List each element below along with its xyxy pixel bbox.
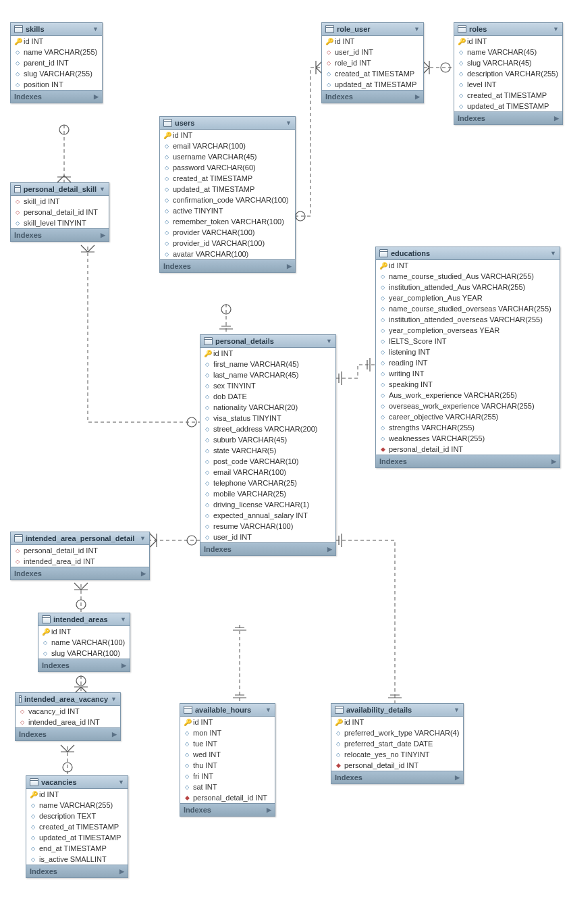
table-header[interactable]: skills▼ [11, 23, 102, 36]
table-personal_details[interactable]: personal_details▼🔑id INT◇first_name VARC… [200, 334, 336, 556]
table-column-row[interactable]: ◇name_course_studied_overseas VARCHAR(25… [376, 303, 560, 314]
table-column-row[interactable]: ◇expected_annual_salary INT [200, 510, 335, 521]
table-column-row[interactable]: 🔑id INT [180, 717, 275, 727]
table-column-row[interactable]: ◇last_name VARCHAR(45) [200, 369, 335, 380]
table-column-row[interactable]: ◇relocate_yes_no TINYINT [331, 749, 463, 760]
expand-icon[interactable]: ▶ [415, 93, 420, 100]
table-column-row[interactable]: ◇personal_detail_id INT [11, 207, 109, 217]
table-header[interactable]: personal_details▼ [200, 335, 335, 348]
table-column-row[interactable]: ◇strengths VARCHAR(255) [376, 422, 560, 433]
table-column-row[interactable]: ◆personal_detail_id INT [331, 760, 463, 771]
indexes-section[interactable]: Indexes▶ [11, 567, 149, 580]
table-header[interactable]: intended_area_personal_detail▼ [11, 532, 149, 545]
table-column-row[interactable]: ◇confirmation_code VARCHAR(100) [160, 195, 295, 205]
table-column-row[interactable]: ◇wed INT [180, 749, 275, 760]
table-skills[interactable]: skills▼🔑id INT◇name VARCHAR(255)◇parent_… [10, 22, 103, 103]
table-column-row[interactable]: ◇suburb VARCHAR(45) [200, 434, 335, 445]
expand-icon[interactable]: ▶ [122, 662, 126, 669]
table-column-row[interactable]: ◇intended_area_id INT [16, 717, 120, 727]
table-column-row[interactable]: 🔑id INT [200, 348, 335, 359]
table-column-row[interactable]: ◇end_at TIMESTAMP [26, 843, 128, 854]
indexes-section[interactable]: Indexes▶ [200, 542, 335, 555]
indexes-section[interactable]: Indexes▶ [26, 865, 128, 877]
table-column-row[interactable]: ◇email VARCHAR(100) [200, 467, 335, 478]
table-column-row[interactable]: 🔑id INT [331, 717, 463, 727]
table-column-row[interactable]: ◇overseas_work_experience VARCHAR(255) [376, 401, 560, 411]
table-column-row[interactable]: ◇description TEXT [26, 811, 128, 821]
indexes-section[interactable]: Indexes▶ [38, 659, 130, 671]
table-column-row[interactable]: ◇first_name VARCHAR(45) [200, 359, 335, 369]
expand-icon[interactable]: ▶ [554, 115, 559, 122]
table-header[interactable]: educations▼ [376, 247, 560, 260]
table-column-row[interactable]: ◇reading INT [376, 357, 560, 368]
table-column-row[interactable]: ◇fri INT [180, 771, 275, 781]
table-header[interactable]: role_user▼ [322, 23, 423, 36]
table-column-row[interactable]: ◇vacancy_id INT [16, 706, 120, 717]
table-column-row[interactable]: ◇mon INT [180, 727, 275, 738]
collapse-icon[interactable]: ▼ [120, 616, 126, 623]
expand-icon[interactable]: ▶ [455, 774, 460, 781]
table-column-row[interactable]: ◇preferred_start_date DATE [331, 738, 463, 749]
indexes-section[interactable]: Indexes▶ [376, 455, 560, 467]
expand-icon[interactable]: ▶ [141, 570, 146, 577]
expand-icon[interactable]: ▶ [327, 546, 332, 553]
table-header[interactable]: intended_areas▼ [38, 613, 130, 626]
table-header[interactable]: personal_detail_skill▼ [11, 183, 109, 196]
table-column-row[interactable]: ◇thu INT [180, 760, 275, 771]
table-column-row[interactable]: ◇telephone VARCHAR(25) [200, 478, 335, 488]
table-column-row[interactable]: ◇listening INT [376, 346, 560, 357]
collapse-icon[interactable]: ▼ [99, 186, 105, 192]
table-column-row[interactable]: ◇IELTS_Score INT [376, 336, 560, 346]
indexes-section[interactable]: Indexes▶ [454, 111, 562, 124]
table-column-row[interactable]: ◇tue INT [180, 738, 275, 749]
table-role_user[interactable]: role_user▼🔑id INT◇user_id INT◇role_id IN… [321, 22, 424, 103]
table-column-row[interactable]: ◇updated_at TIMESTAMP [454, 101, 562, 111]
table-column-row[interactable]: ◇provider_id VARCHAR(100) [160, 238, 295, 249]
table-column-row[interactable]: ◇position INT [11, 79, 102, 90]
table-column-row[interactable]: ◇Aus_work_experience VARCHAR(255) [376, 390, 560, 401]
table-educations[interactable]: educations▼🔑id INT◇name_course_studied_A… [375, 247, 560, 468]
table-header[interactable]: roles▼ [454, 23, 562, 36]
table-column-row[interactable]: ◇updated_at TIMESTAMP [322, 79, 423, 90]
table-column-row[interactable]: ◇slug VARCHAR(45) [454, 57, 562, 68]
table-column-row[interactable]: ◇username VARCHAR(45) [160, 151, 295, 162]
indexes-section[interactable]: Indexes▶ [180, 803, 275, 816]
collapse-icon[interactable]: ▼ [111, 696, 117, 702]
table-personal_detail_skill[interactable]: personal_detail_skill▼◇skill_id INT◇pers… [10, 182, 109, 242]
table-column-row[interactable]: ◇skill_id INT [11, 196, 109, 207]
table-column-row[interactable]: ◇resume VARCHAR(100) [200, 521, 335, 532]
table-column-row[interactable]: 🔑id INT [11, 36, 102, 47]
table-header[interactable]: vacancies▼ [26, 776, 128, 789]
table-column-row[interactable]: ◇year_completion_Aus YEAR [376, 292, 560, 303]
indexes-section[interactable]: Indexes▶ [160, 259, 295, 272]
table-column-row[interactable]: ◇name VARCHAR(100) [38, 637, 130, 648]
expand-icon[interactable]: ▶ [119, 868, 124, 875]
table-column-row[interactable]: ◇created_at TIMESTAMP [454, 90, 562, 101]
table-header[interactable]: availability_details▼ [331, 704, 463, 717]
table-column-row[interactable]: ◆personal_detail_id INT [180, 792, 275, 803]
table-column-row[interactable]: ◇updated_at TIMESTAMP [160, 184, 295, 195]
indexes-section[interactable]: Indexes▶ [16, 727, 120, 740]
table-column-row[interactable]: 🔑id INT [38, 626, 130, 637]
collapse-icon[interactable]: ▼ [286, 120, 292, 126]
table-column-row[interactable]: ◇career_objective VARCHAR(255) [376, 411, 560, 422]
table-column-row[interactable]: ◇provider VARCHAR(100) [160, 227, 295, 238]
table-column-row[interactable]: ◇visa_status TINYINT [200, 413, 335, 424]
table-column-row[interactable]: ◇dob DATE [200, 391, 335, 402]
table-column-row[interactable]: ◇slug VARCHAR(255) [11, 68, 102, 79]
table-column-row[interactable]: ◇email VARCHAR(100) [160, 140, 295, 151]
table-roles[interactable]: roles▼🔑id INT◇name VARCHAR(45)◇slug VARC… [454, 22, 563, 125]
table-column-row[interactable]: ◇name VARCHAR(45) [454, 47, 562, 57]
table-column-row[interactable]: 🔑id INT [322, 36, 423, 47]
collapse-icon[interactable]: ▼ [92, 26, 99, 32]
expand-icon[interactable]: ▶ [267, 806, 271, 813]
table-column-row[interactable]: ◇skill_level TINYINT [11, 217, 109, 228]
table-column-row[interactable]: 🔑id INT [454, 36, 562, 47]
collapse-icon[interactable]: ▼ [326, 338, 332, 344]
table-column-row[interactable]: ◇year_completion_overseas YEAR [376, 325, 560, 336]
table-available_hours[interactable]: available_hours▼🔑id INT◇mon INT◇tue INT◇… [180, 703, 275, 817]
table-column-row[interactable]: ◇post_code VARCHAR(10) [200, 456, 335, 467]
table-column-row[interactable]: ◇driving_license VARCHAR(1) [200, 499, 335, 510]
table-column-row[interactable]: ◇name VARCHAR(255) [26, 800, 128, 811]
table-column-row[interactable]: ◇personal_detail_id INT [11, 545, 149, 556]
